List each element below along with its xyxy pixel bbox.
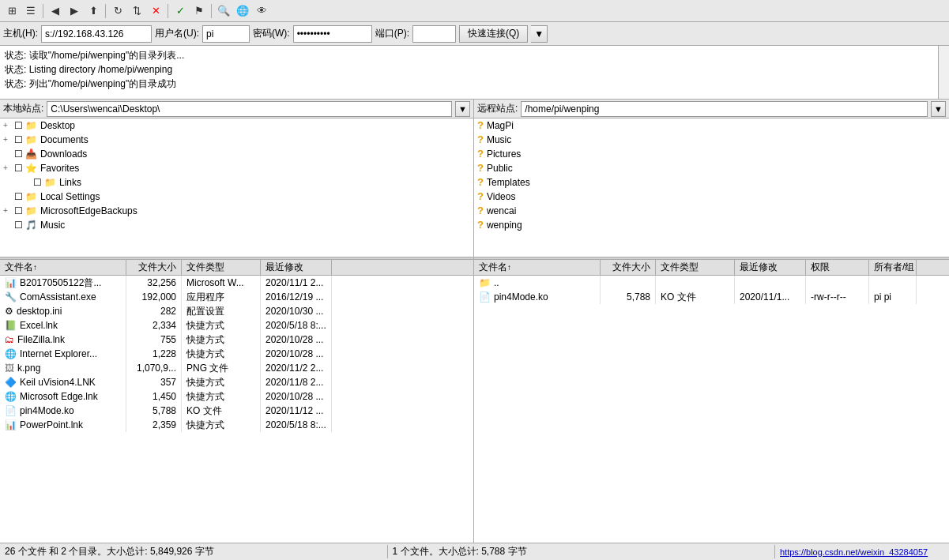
file-modified: 2020/5/18 8:...	[261, 418, 332, 432]
remote-tree-item-wencai[interactable]: ? wencai	[474, 204, 949, 218]
remote-tree-item-templates[interactable]: ? Templates	[474, 175, 949, 190]
col-modified-header[interactable]: 最近修改	[261, 260, 332, 275]
remote-tree-item-public[interactable]: ? Public	[474, 161, 949, 175]
user-input[interactable]	[202, 25, 250, 43]
back-btn[interactable]: ◀	[47, 2, 64, 20]
remote-path-input[interactable]	[521, 101, 928, 117]
network-btn[interactable]: 🌐	[234, 2, 251, 20]
local-file-row[interactable]: 🌐Internet Explorer... 1,228 快捷方式 2020/10…	[0, 347, 473, 361]
file-type: KO 文件	[182, 404, 261, 418]
local-tree-item-downloads[interactable]: ☐ 📥 Downloads	[0, 147, 473, 161]
connect-button[interactable]: 快速连接(Q)	[459, 25, 528, 43]
remote-tree-item-videos[interactable]: ? Videos	[474, 190, 949, 204]
pass-input[interactable]	[293, 25, 372, 43]
tree-item-label: Pictures	[487, 147, 521, 161]
local-file-row[interactable]: 🔷Keil uVision4.LNK 357 快捷方式 2020/11/8 2.…	[0, 375, 473, 389]
unknown-icon: ?	[477, 118, 484, 133]
local-file-row[interactable]: 🗂FileZilla.lnk 755 快捷方式 2020/10/28 ...	[0, 333, 473, 347]
file-size	[601, 276, 656, 290]
remote-col-filetype-header[interactable]: 文件类型	[656, 260, 735, 275]
remote-header: 远程站点: ▼	[474, 100, 949, 118]
file-name: 📊B20170505122普...	[0, 276, 126, 290]
local-tree-item-msedgebackups[interactable]: + ☐ 📁 MicrosoftEdgeBackups	[0, 204, 473, 218]
remote-col-filename-header[interactable]: 文件名	[474, 260, 601, 275]
checkmark-btn[interactable]: ✓	[171, 2, 189, 20]
file-modified: 2020/11/2 2...	[261, 361, 332, 375]
tree-item-label: Links	[59, 175, 81, 190]
file-icon: 🔧	[5, 291, 17, 303]
local-file-row[interactable]: 🌐Microsoft Edge.lnk 1,450 快捷方式 2020/10/2…	[0, 389, 473, 404]
local-path-input[interactable]	[47, 101, 452, 117]
grid-btn[interactable]: ⊞	[3, 2, 21, 20]
up-btn[interactable]: ⬆	[85, 2, 102, 20]
status-scrollbar[interactable]	[938, 46, 949, 99]
local-file-header: 文件名 文件大小 文件类型 最近修改	[0, 260, 473, 276]
file-type: 快捷方式	[182, 389, 261, 404]
local-file-row[interactable]: 🔧ComAssistant.exe 192,000 应用程序 2016/12/1…	[0, 290, 473, 304]
checkbox-icon: ☐	[14, 147, 25, 161]
file-name: 🌐Internet Explorer...	[0, 347, 126, 361]
file-modified: 2020/10/28 ...	[261, 333, 332, 347]
file-icon: 📄	[479, 291, 491, 303]
local-file-row[interactable]: 🖼k.png 1,070,9... PNG 文件 2020/11/2 2...	[0, 361, 473, 375]
remote-tree-item-music[interactable]: ? Music	[474, 133, 949, 147]
remote-file-row[interactable]: 📁..	[474, 276, 949, 290]
file-icon: 🖼	[5, 363, 14, 374]
local-tree-item-localsettings[interactable]: ☐ 📁 Local Settings	[0, 190, 473, 204]
remote-col-perms-header[interactable]: 权限	[806, 260, 869, 275]
local-file-row[interactable]: ⚙desktop.ini 282 配置设置 2020/10/30 ...	[0, 304, 473, 318]
flag-btn[interactable]: ⚑	[190, 2, 208, 20]
list-btn[interactable]: ☰	[22, 2, 40, 20]
file-name: ⚙desktop.ini	[0, 304, 126, 318]
file-icon: 📄	[5, 405, 17, 416]
local-header-label: 本地站点:	[3, 102, 43, 115]
remote-col-filesize-header[interactable]: 文件大小	[601, 260, 656, 275]
refresh-btn[interactable]: ↻	[109, 2, 126, 20]
unknown-icon: ?	[477, 161, 484, 175]
local-tree-item-documents[interactable]: + ☐ 📁 Documents	[0, 133, 473, 147]
remote-path-dropdown[interactable]: ▼	[931, 101, 946, 117]
remote-tree[interactable]: ? MagPi ? Music ? Pictures ? Public ? Te…	[474, 118, 949, 257]
blog-link[interactable]: https://blog.csdn.net/weixin_43284057	[775, 547, 949, 557]
local-file-row[interactable]: 📗Excel.lnk 2,334 快捷方式 2020/5/18 8:...	[0, 318, 473, 333]
col-filesize-header[interactable]: 文件大小	[126, 260, 182, 275]
connection-bar: 主机(H): 用户名(U): 密码(W): 端口(P): 快速连接(Q) ▼	[0, 22, 949, 46]
host-input[interactable]	[41, 25, 152, 43]
tree-item-label: Public	[487, 161, 513, 175]
eyes-btn[interactable]: 👁	[253, 2, 270, 20]
file-icon: 🌐	[5, 348, 17, 359]
connect-dropdown-btn[interactable]: ▼	[531, 25, 548, 43]
stop-btn[interactable]: ✕	[147, 2, 164, 20]
local-tree-item-music[interactable]: ☐ 🎵 Music	[0, 218, 473, 232]
local-tree-item-favorites[interactable]: + ☐ ⭐ Favorites	[0, 161, 473, 175]
file-modified: 2020/5/18 8:...	[261, 318, 332, 333]
forward-btn[interactable]: ▶	[66, 2, 83, 20]
sync-btn[interactable]: ⇅	[128, 2, 145, 20]
port-input[interactable]	[412, 25, 456, 43]
local-tree-item-desktop[interactable]: + ☐ 📁 Desktop	[0, 118, 473, 133]
file-type: 快捷方式	[182, 318, 261, 333]
remote-col-modified-header[interactable]: 最近修改	[735, 260, 806, 275]
local-file-list[interactable]: 📊B20170505122普... 32,256 Microsoft W... …	[0, 276, 473, 543]
col-filetype-header[interactable]: 文件类型	[182, 260, 261, 275]
search-btn[interactable]: 🔍	[215, 2, 232, 20]
local-file-row[interactable]: 📊B20170505122普... 32,256 Microsoft W... …	[0, 276, 473, 290]
file-icon: ⚙	[5, 306, 13, 317]
folder-icon-desktop: 📁	[25, 118, 37, 133]
local-tree-item-links[interactable]: ☐ 📁 Links	[0, 175, 473, 190]
remote-col-owner-header[interactable]: 所有者/组	[869, 260, 917, 275]
col-filename-header[interactable]: 文件名	[0, 260, 126, 275]
remote-tree-item-wenping[interactable]: ? wenping	[474, 218, 949, 232]
checkbox-icon: ☐	[14, 204, 25, 218]
remote-tree-item-pictures[interactable]: ? Pictures	[474, 147, 949, 161]
remote-tree-item-magpi[interactable]: ? MagPi	[474, 118, 949, 133]
tree-item-label: Favorites	[40, 161, 79, 175]
sep1	[43, 4, 43, 18]
local-tree[interactable]: + ☐ 📁 Desktop + ☐ 📁 Documents ☐ 📥 Downlo…	[0, 118, 473, 257]
remote-file-row[interactable]: 📄pin4Mode.ko 5,788 KO 文件 2020/11/1... -r…	[474, 290, 949, 304]
unknown-icon: ?	[477, 218, 484, 232]
remote-file-list[interactable]: 📁.. 📄pin4Mode.ko 5,788 KO 文件 2020/11/1..…	[474, 276, 949, 543]
local-file-row[interactable]: 📄pin4Mode.ko 5,788 KO 文件 2020/11/12 ...	[0, 404, 473, 418]
local-file-row[interactable]: 📊PowerPoint.lnk 2,359 快捷方式 2020/5/18 8:.…	[0, 418, 473, 432]
local-path-dropdown[interactable]: ▼	[455, 101, 470, 117]
